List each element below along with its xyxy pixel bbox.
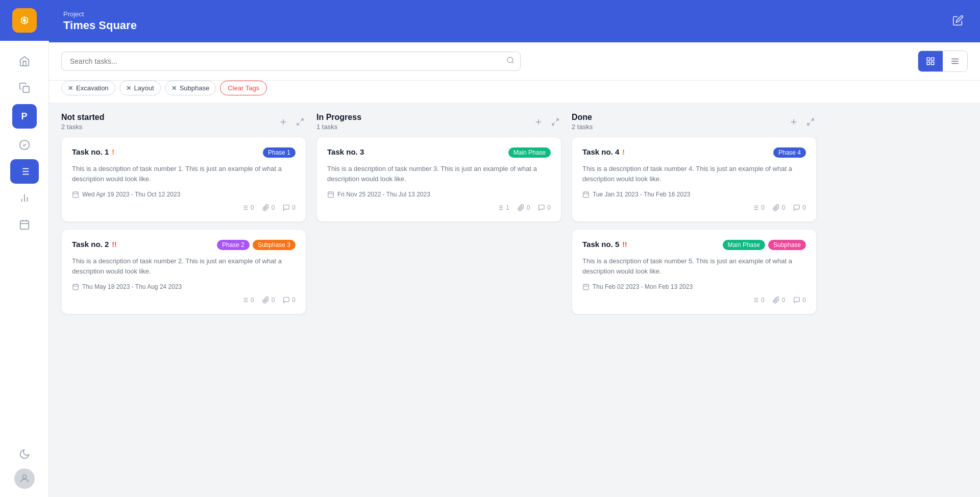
calendar-icon bbox=[72, 283, 79, 290]
sidebar-item-home[interactable] bbox=[10, 49, 39, 73]
tag-subphase3: Subphase 3 bbox=[253, 240, 296, 250]
expand-not-started-button[interactable] bbox=[294, 115, 306, 129]
column-not-started-header: Not started 2 tasks bbox=[61, 113, 306, 131]
project-label: Project bbox=[63, 10, 137, 18]
filter-tag-excavation-label: Excavation bbox=[76, 84, 109, 92]
kanban-board: Not started 2 tasks Task no. 1 bbox=[49, 103, 980, 497]
card-task5-list-stat: 0 bbox=[752, 296, 765, 304]
svg-rect-67 bbox=[583, 192, 589, 197]
card-task3-title: Task no. 3 bbox=[327, 147, 364, 156]
card-task3-footer: 1 0 0 bbox=[327, 204, 551, 211]
column-done-header: Done 2 tasks bbox=[572, 113, 817, 131]
close-subphase-icon: ✕ bbox=[172, 85, 177, 92]
card-task2-title: Task no. 2 !! bbox=[72, 240, 117, 248]
card-task5-attach-stat: 0 bbox=[773, 296, 786, 304]
svg-rect-33 bbox=[73, 192, 79, 197]
card-task5[interactable]: Task no. 5 !! Main Phase Subphase This i… bbox=[572, 229, 817, 314]
app-logo[interactable] bbox=[12, 8, 37, 33]
expand-in-progress-button[interactable] bbox=[549, 115, 561, 129]
column-in-progress-count: 1 tasks bbox=[316, 123, 361, 131]
card-task4-comment-stat: 0 bbox=[793, 204, 806, 211]
card-task1-desc: This is a description of task number 1. … bbox=[72, 164, 296, 184]
priority-icon-task2: !! bbox=[112, 240, 116, 248]
sidebar-item-copy[interactable] bbox=[10, 76, 39, 100]
card-task2-comment-stat: 0 bbox=[283, 296, 296, 304]
card-task3[interactable]: Task no. 3 Main Phase This is a descript… bbox=[316, 137, 561, 222]
card-task5-title: Task no. 5 !! bbox=[582, 240, 627, 248]
card-task2-attach-stat: 0 bbox=[262, 296, 275, 304]
close-layout-icon: ✕ bbox=[126, 85, 131, 92]
priority-icon-task1: ! bbox=[112, 148, 114, 156]
calendar-icon bbox=[327, 191, 334, 198]
list-view-button[interactable] bbox=[943, 51, 967, 71]
expand-done-button[interactable] bbox=[804, 115, 817, 129]
card-task2[interactable]: Task no. 2 !! Phase 2 Subphase 3 This is… bbox=[61, 229, 306, 314]
card-task4-tags: Phase 4 bbox=[773, 147, 806, 158]
card-task1-comment-stat: 0 bbox=[283, 204, 296, 211]
tag-phase1: Phase 1 bbox=[263, 147, 296, 158]
card-task4-date: Tue Jan 31 2023 - Thu Feb 16 2023 bbox=[582, 191, 806, 198]
svg-rect-17 bbox=[20, 221, 29, 230]
card-task3-date: Fri Nov 25 2022 - Thu Jul 13 2023 bbox=[327, 191, 551, 198]
sidebar-item-avatar[interactable]: P bbox=[12, 104, 37, 129]
card-task3-comment-stat: 0 bbox=[538, 204, 551, 211]
sidebar-item-moon[interactable] bbox=[10, 442, 39, 466]
card-task3-list-stat: 1 bbox=[497, 204, 509, 211]
search-bar-container bbox=[61, 52, 521, 71]
card-task1-footer: 0 0 0 bbox=[72, 204, 296, 211]
edit-project-button[interactable] bbox=[950, 13, 966, 30]
add-task-in-progress-button[interactable] bbox=[532, 115, 545, 129]
sidebar-navigation: P bbox=[10, 41, 39, 442]
filter-tag-excavation[interactable]: ✕ Excavation bbox=[61, 81, 115, 95]
sidebar-item-user-avatar[interactable] bbox=[14, 468, 35, 489]
filter-tag-subphase[interactable]: ✕ Subphase bbox=[165, 81, 216, 95]
calendar-icon bbox=[72, 191, 79, 198]
svg-rect-24 bbox=[927, 58, 929, 60]
card-task3-tags: Main Phase bbox=[508, 147, 551, 158]
sidebar-item-tasks[interactable] bbox=[10, 133, 39, 157]
close-excavation-icon: ✕ bbox=[68, 85, 73, 92]
view-toggle bbox=[918, 51, 968, 72]
calendar-icon bbox=[582, 283, 590, 290]
page-header: Project Times Square bbox=[49, 0, 980, 42]
column-in-progress-title: In Progress bbox=[316, 113, 361, 122]
card-task3-desc: This is a description of task number 3. … bbox=[327, 164, 551, 184]
grid-view-button[interactable] bbox=[918, 51, 943, 71]
column-in-progress: In Progress 1 tasks Task no. 3 bbox=[316, 113, 561, 229]
svg-rect-55 bbox=[328, 192, 334, 197]
card-task1[interactable]: Task no. 1 ! Phase 1 This is a descripti… bbox=[61, 137, 306, 222]
search-icon bbox=[506, 56, 514, 66]
card-task4[interactable]: Task no. 4 ! Phase 4 This is a descripti… bbox=[572, 137, 817, 222]
sidebar-item-list[interactable] bbox=[10, 159, 39, 184]
svg-rect-27 bbox=[932, 62, 934, 65]
sidebar-item-calendar[interactable] bbox=[10, 212, 39, 237]
sidebar-item-chart[interactable] bbox=[10, 186, 39, 210]
add-task-not-started-button[interactable] bbox=[277, 115, 290, 129]
sidebar-bottom bbox=[10, 442, 39, 497]
filter-tag-layout[interactable]: ✕ Layout bbox=[119, 81, 161, 95]
filter-tag-subphase-label: Subphase bbox=[180, 84, 210, 92]
card-task5-footer: 0 0 0 bbox=[582, 296, 806, 304]
clear-tags-button[interactable]: Clear Tags bbox=[220, 81, 267, 95]
card-task2-date: Thu May 18 2023 - Thu Aug 24 2023 bbox=[72, 283, 296, 290]
column-in-progress-header: In Progress 1 tasks bbox=[316, 113, 561, 131]
toolbar bbox=[49, 42, 980, 81]
column-done-title: Done bbox=[572, 113, 593, 122]
tag-phase2: Phase 2 bbox=[217, 240, 250, 250]
card-task5-date: Thu Feb 02 2023 - Mon Feb 13 2023 bbox=[582, 283, 806, 290]
card-task1-tags: Phase 1 bbox=[263, 147, 296, 158]
sidebar-logo bbox=[0, 0, 49, 41]
card-task2-list-stat: 0 bbox=[241, 296, 254, 304]
card-task4-attach-stat: 0 bbox=[773, 204, 786, 211]
svg-rect-26 bbox=[927, 62, 929, 65]
card-task1-title: Task no. 1 ! bbox=[72, 147, 114, 156]
svg-line-23 bbox=[512, 62, 513, 63]
add-task-done-button[interactable] bbox=[787, 115, 800, 129]
svg-point-1 bbox=[23, 19, 26, 22]
card-task2-tags: Phase 2 Subphase 3 bbox=[217, 240, 296, 250]
calendar-icon bbox=[582, 191, 590, 198]
card-task4-footer: 0 0 0 bbox=[582, 204, 806, 211]
svg-rect-43 bbox=[73, 284, 79, 290]
search-input[interactable] bbox=[61, 52, 521, 71]
column-done-count: 2 tasks bbox=[572, 123, 593, 131]
